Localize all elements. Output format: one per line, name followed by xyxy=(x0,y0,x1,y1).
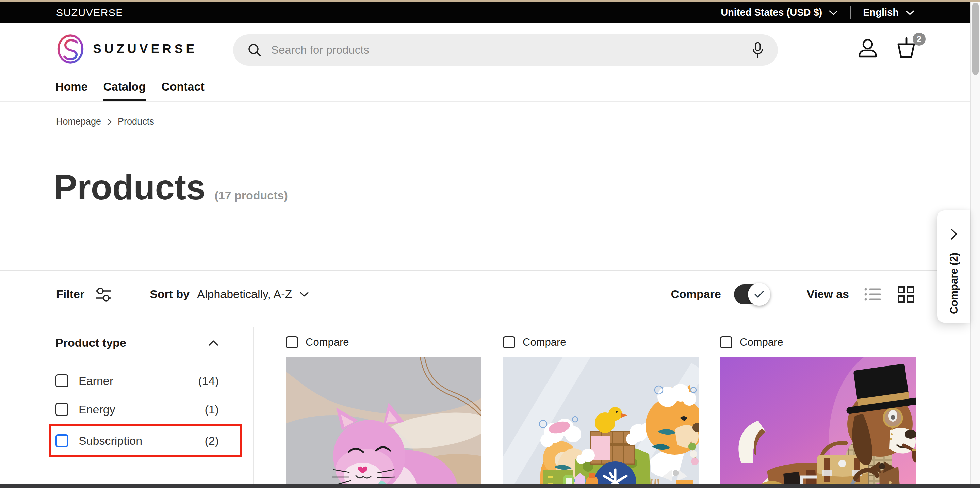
energy-checkbox[interactable] xyxy=(56,403,68,416)
compare-tray-label: Compare (2) xyxy=(948,253,960,314)
cart-button[interactable]: 2 xyxy=(894,37,918,59)
product-image-detective-beagle[interactable] xyxy=(720,357,916,488)
list-view-icon[interactable] xyxy=(864,287,881,302)
compare-checkbox-label: Compare xyxy=(740,336,783,348)
facet-group-toggle[interactable]: Product type xyxy=(56,336,219,350)
compare-checkbox-label: Compare xyxy=(523,336,566,348)
breadcrumb-current: Products xyxy=(118,116,154,127)
sidebar-divider xyxy=(253,327,254,485)
filter-sliders-icon[interactable] xyxy=(95,286,112,303)
main-nav: Home Catalog Contact xyxy=(56,80,205,101)
chevron-right-icon xyxy=(107,118,112,126)
logo-text: SUZUVERSE xyxy=(93,42,197,56)
announcement-divider xyxy=(850,6,851,19)
announcement-brand: SUZUVERSE xyxy=(56,7,123,18)
breadcrumb-home[interactable]: Homepage xyxy=(56,116,101,127)
microphone-icon[interactable] xyxy=(752,42,764,58)
breadcrumb: Homepage Products xyxy=(56,116,154,127)
facet-option-label: Subscription xyxy=(79,434,142,448)
toolbar-divider xyxy=(788,282,788,307)
search-icon xyxy=(247,43,262,57)
compare-tray-tab[interactable]: Compare (2) xyxy=(937,210,970,323)
bottom-window-edge xyxy=(0,484,980,488)
facet-option-count: (2) xyxy=(205,434,219,448)
filter-button-label[interactable]: Filter xyxy=(56,288,84,301)
page-title-row: Products (17 products) xyxy=(54,167,288,208)
chevron-down-icon[interactable] xyxy=(299,291,309,297)
product-card: Compare xyxy=(286,336,482,488)
facet-option-label: Energy xyxy=(79,403,115,416)
facet-option-count: (14) xyxy=(198,374,219,388)
compare-checkbox-label: Compare xyxy=(305,336,349,348)
compare-checkbox[interactable] xyxy=(286,336,298,348)
language-selector-label: English xyxy=(863,7,899,18)
nav-item-home[interactable]: Home xyxy=(56,80,88,101)
account-button[interactable] xyxy=(857,37,878,59)
compare-row: Compare xyxy=(503,336,698,348)
grid-view-icon[interactable] xyxy=(897,286,914,303)
country-selector[interactable]: United States (USD $) xyxy=(721,7,838,18)
product-grid: Compare xyxy=(286,336,916,488)
search-bar[interactable] xyxy=(233,34,778,66)
nav-item-contact[interactable]: Contact xyxy=(161,80,205,101)
compare-checkbox[interactable] xyxy=(720,336,732,348)
subscription-checkbox[interactable] xyxy=(56,434,68,447)
page-scrollbar xyxy=(970,0,980,488)
site-header: SUZUVERSE 2 Home Catalog Contact xyxy=(0,23,970,102)
product-count: (17 products) xyxy=(215,189,288,202)
suzuverse-logo-icon xyxy=(56,34,86,64)
top-accent-line xyxy=(0,0,980,2)
chevron-down-icon xyxy=(905,10,914,15)
sort-value[interactable]: Alphabetically, A-Z xyxy=(197,288,292,301)
scrollbar-thumb[interactable] xyxy=(972,3,978,75)
compare-row: Compare xyxy=(286,336,482,348)
chevron-right-icon xyxy=(950,228,958,240)
logo[interactable]: SUZUVERSE xyxy=(56,34,197,64)
language-selector[interactable]: English xyxy=(863,7,914,18)
compare-checkbox[interactable] xyxy=(503,336,515,348)
chevron-up-icon xyxy=(208,340,219,347)
sort-by-label: Sort by xyxy=(150,288,189,301)
account-icon xyxy=(857,37,878,59)
facet-sidebar: Product type Earner (14) Energy (1) Subs… xyxy=(56,336,219,457)
subscription-highlight-box: Subscription (2) xyxy=(49,424,242,457)
compare-toggle-knob xyxy=(748,283,770,305)
toolbar-divider xyxy=(130,282,131,307)
catalog-toolbar: Filter Sort by Alphabetically, A-Z Compa… xyxy=(0,270,970,318)
earner-checkbox[interactable] xyxy=(56,374,68,387)
facet-option-energy[interactable]: Energy (1) xyxy=(56,395,219,424)
nav-item-catalog[interactable]: Catalog xyxy=(103,80,146,101)
facet-option-count: (1) xyxy=(205,403,219,416)
compare-toggle-label: Compare xyxy=(671,288,721,301)
country-selector-label: United States (USD $) xyxy=(721,7,822,18)
facet-option-earner[interactable]: Earner (14) xyxy=(56,367,219,395)
announcement-bar: SUZUVERSE United States (USD $) English xyxy=(0,0,970,23)
chevron-down-icon xyxy=(829,10,838,15)
product-image-pink-cat[interactable] xyxy=(286,357,482,488)
compare-row: Compare xyxy=(720,336,916,348)
search-input[interactable] xyxy=(270,43,752,57)
product-card: Compare xyxy=(720,336,916,488)
product-image-shiba-bath[interactable] xyxy=(503,357,698,488)
product-card: Compare xyxy=(503,336,698,488)
page-title: Products xyxy=(54,167,205,208)
facet-option-subscription[interactable]: Subscription (2) xyxy=(56,428,219,453)
view-as-label: View as xyxy=(807,288,849,301)
cart-count-badge: 2 xyxy=(913,33,926,46)
facet-group-title: Product type xyxy=(56,336,126,350)
compare-toggle[interactable] xyxy=(734,285,769,304)
facet-option-label: Earner xyxy=(79,374,113,388)
